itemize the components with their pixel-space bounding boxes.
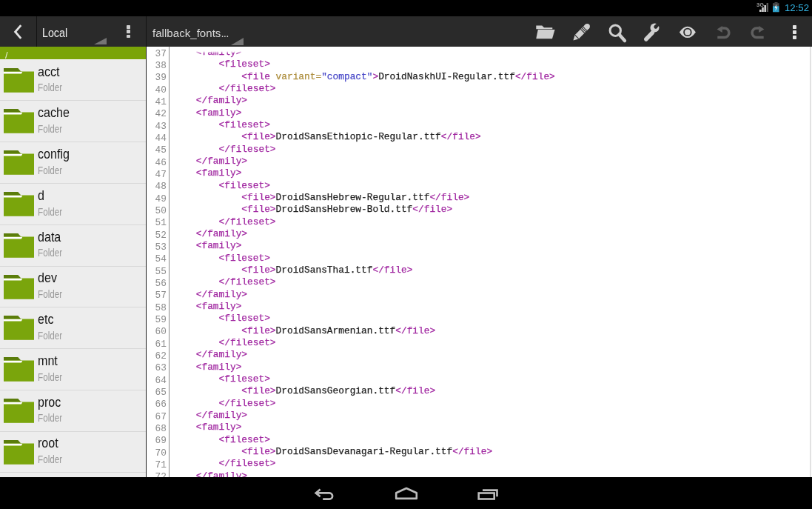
svg-text:3G: 3G [756,2,764,8]
